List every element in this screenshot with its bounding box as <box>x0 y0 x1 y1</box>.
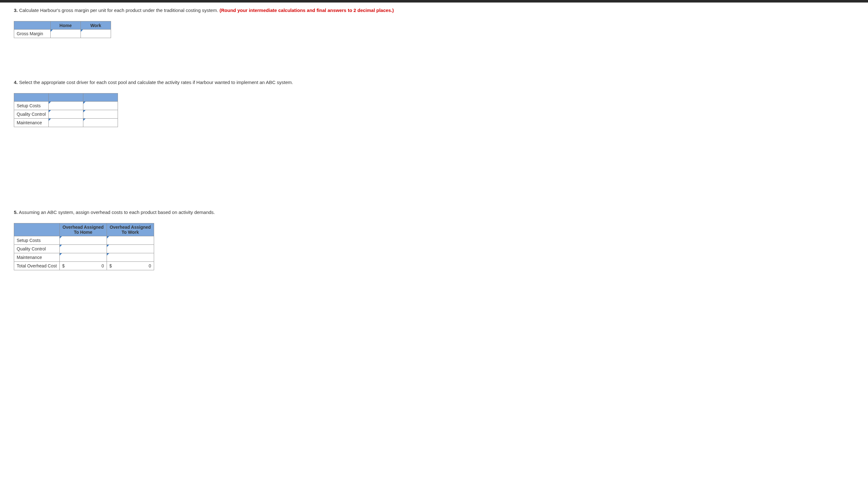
editable-marker-icon <box>49 119 51 121</box>
setup-costs-rate-cell[interactable] <box>83 101 118 110</box>
gross-margin-home-cell[interactable] <box>51 30 81 38</box>
table-row: Gross Margin <box>14 30 111 38</box>
table-row: Setup Costs <box>14 101 118 110</box>
table-header-row: Home Work <box>14 21 111 30</box>
cell-value <box>49 110 83 118</box>
editable-marker-icon <box>83 110 86 112</box>
editable-marker-icon <box>60 236 62 239</box>
currency-symbol: $ <box>62 263 65 268</box>
editable-marker-icon <box>107 245 109 247</box>
total-overhead-home-cell: $ 0 <box>59 262 106 270</box>
column-header-overhead-home: Overhead Assigned To Home <box>59 223 106 236</box>
total-overhead-work-cell: $ 0 <box>106 262 154 270</box>
row-label-maintenance: Maintenance <box>14 253 60 262</box>
cell-value <box>83 101 118 110</box>
editable-marker-icon <box>107 253 109 255</box>
table-row: Quality Control <box>14 245 154 253</box>
question-5-block: 5. Assuming an ABC system, assign overhe… <box>14 209 854 270</box>
question-number: 3. <box>14 7 18 13</box>
overhead-assigned-table: Overhead Assigned To Home Overhead Assig… <box>14 223 154 270</box>
quality-control-rate-cell[interactable] <box>83 110 118 119</box>
question-5-text: 5. Assuming an ABC system, assign overhe… <box>14 209 854 215</box>
row-label-setup-costs: Setup Costs <box>14 236 60 245</box>
setup-costs-home-cell[interactable] <box>59 236 106 245</box>
column-header-overhead-work: Overhead Assigned To Work <box>106 223 154 236</box>
question-3-block: 3. Calculate Harbour's gross margin per … <box>14 7 854 38</box>
editable-marker-icon <box>107 236 109 239</box>
table-row: Quality Control <box>14 110 118 119</box>
blank-header <box>14 21 51 30</box>
page-content: 3. Calculate Harbour's gross margin per … <box>0 2 868 289</box>
cell-value <box>60 253 106 262</box>
blank-header <box>49 93 83 101</box>
window-topbar <box>0 0 868 2</box>
question-body: Assuming an ABC system, assign overhead … <box>19 210 215 215</box>
cell-value <box>60 236 106 244</box>
maintenance-rate-cell[interactable] <box>83 119 118 127</box>
blank-header <box>14 93 49 101</box>
editable-marker-icon <box>81 30 83 32</box>
row-label-quality-control: Quality Control <box>14 110 49 119</box>
setup-costs-driver-cell[interactable] <box>49 101 83 110</box>
cell-value <box>51 30 81 38</box>
editable-marker-icon <box>49 101 51 104</box>
row-label-gross-margin: Gross Margin <box>14 30 51 38</box>
cell-value <box>107 245 154 253</box>
row-label-setup-costs: Setup Costs <box>14 101 49 110</box>
quality-control-work-cell[interactable] <box>106 245 154 253</box>
row-label-maintenance: Maintenance <box>14 119 49 127</box>
question-number: 5. <box>14 210 18 215</box>
cell-value <box>60 245 106 253</box>
cell-value <box>49 101 83 110</box>
row-label-total-overhead: Total Overhead Cost <box>14 262 60 270</box>
cell-value <box>107 236 154 244</box>
table-row: Maintenance <box>14 119 118 127</box>
cell-value <box>81 30 111 38</box>
maintenance-driver-cell[interactable] <box>49 119 83 127</box>
activity-rates-table: Setup Costs Quality Control <box>14 93 118 127</box>
cell-value <box>49 119 83 127</box>
blank-header <box>14 223 60 236</box>
quality-control-driver-cell[interactable] <box>49 110 83 119</box>
cell-value <box>83 119 118 127</box>
setup-costs-work-cell[interactable] <box>106 236 154 245</box>
gross-margin-table: Home Work Gross Margin <box>14 21 111 38</box>
table-row: Setup Costs <box>14 236 154 245</box>
question-body: Calculate Harbour's gross margin per uni… <box>19 7 218 13</box>
blank-header <box>83 93 118 101</box>
editable-marker-icon <box>83 119 86 121</box>
editable-marker-icon <box>49 110 51 112</box>
total-value: 0 <box>149 263 151 268</box>
editable-marker-icon <box>60 245 62 247</box>
currency-symbol: $ <box>110 263 112 268</box>
column-header-home: Home <box>51 21 81 30</box>
total-value: 0 <box>101 263 104 268</box>
maintenance-home-cell[interactable] <box>59 253 106 262</box>
editable-marker-icon <box>51 30 53 32</box>
question-number: 4. <box>14 80 18 85</box>
gross-margin-work-cell[interactable] <box>81 30 111 38</box>
question-3-text: 3. Calculate Harbour's gross margin per … <box>14 7 854 13</box>
cell-value <box>83 110 118 118</box>
table-row: Maintenance <box>14 253 154 262</box>
column-header-work: Work <box>81 21 111 30</box>
rounding-instruction: (Round your intermediate calculations an… <box>219 7 394 13</box>
maintenance-work-cell[interactable] <box>106 253 154 262</box>
editable-marker-icon <box>60 253 62 255</box>
question-body: Select the appropriate cost driver for e… <box>19 80 293 85</box>
quality-control-home-cell[interactable] <box>59 245 106 253</box>
table-header-row <box>14 93 118 101</box>
editable-marker-icon <box>83 101 86 104</box>
question-4-text: 4. Select the appropriate cost driver fo… <box>14 79 854 86</box>
question-4-block: 4. Select the appropriate cost driver fo… <box>14 79 854 127</box>
table-header-row: Overhead Assigned To Home Overhead Assig… <box>14 223 154 236</box>
row-label-quality-control: Quality Control <box>14 245 60 253</box>
cell-value <box>107 253 154 262</box>
table-total-row: Total Overhead Cost $ 0 $ 0 <box>14 262 154 270</box>
